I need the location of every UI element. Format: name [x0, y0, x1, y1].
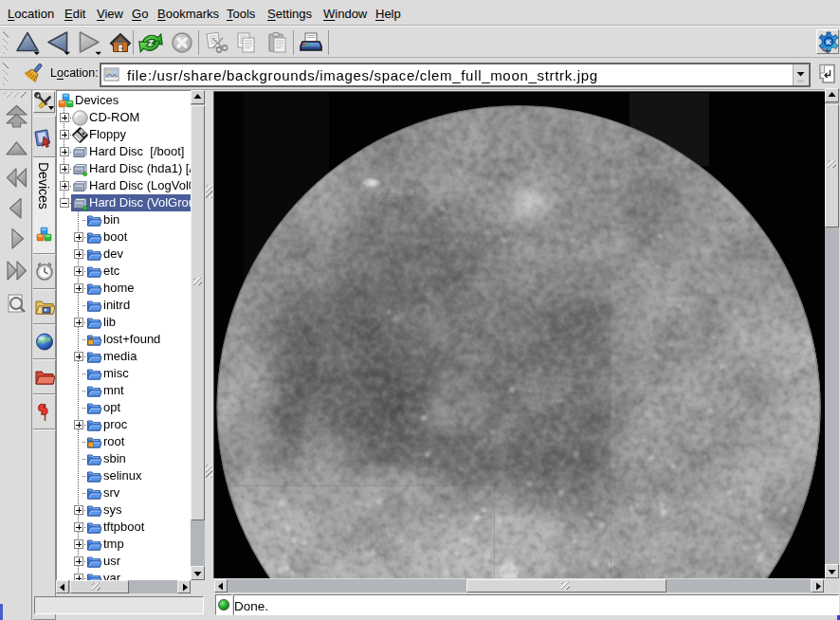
svg-text:K: K — [826, 38, 831, 46]
